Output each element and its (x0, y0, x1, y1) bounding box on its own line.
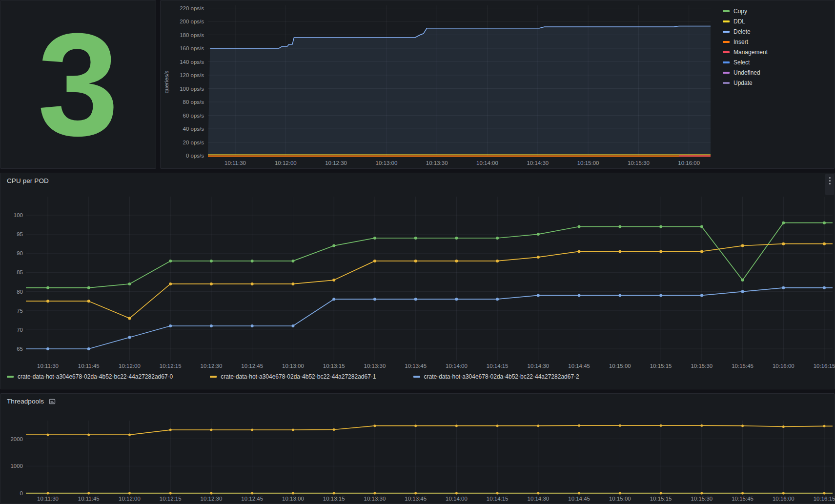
data-point[interactable] (251, 282, 254, 285)
data-point[interactable] (128, 317, 131, 320)
data-point[interactable] (496, 492, 499, 495)
data-point[interactable] (87, 434, 90, 436)
data-point[interactable] (700, 294, 703, 297)
data-point[interactable] (537, 492, 539, 495)
data-point[interactable] (659, 294, 662, 297)
data-point[interactable] (292, 429, 294, 431)
data-point[interactable] (128, 492, 131, 495)
data-point[interactable] (46, 347, 49, 350)
data-point[interactable] (210, 492, 212, 495)
data-point[interactable] (210, 260, 213, 262)
data-point[interactable] (578, 250, 581, 253)
data-point[interactable] (169, 282, 172, 285)
data-point[interactable] (291, 324, 294, 327)
data-point[interactable] (618, 250, 621, 253)
data-point[interactable] (660, 492, 662, 495)
panel-menu-kebab-icon[interactable] (825, 174, 834, 195)
data-point[interactable] (823, 286, 826, 289)
data-point[interactable] (251, 492, 253, 495)
data-point[interactable] (47, 434, 49, 436)
data-point[interactable] (455, 492, 458, 495)
legend-item-management[interactable]: Management (723, 47, 768, 57)
data-point[interactable] (291, 260, 294, 262)
data-point[interactable] (782, 286, 785, 289)
data-point[interactable] (455, 298, 458, 301)
data-point[interactable] (333, 428, 335, 431)
data-point[interactable] (700, 424, 703, 427)
data-point[interactable] (455, 237, 458, 240)
data-point[interactable] (414, 492, 417, 495)
data-point[interactable] (128, 434, 131, 436)
data-point[interactable] (537, 233, 540, 236)
data-point[interactable] (823, 242, 826, 245)
data-point[interactable] (373, 492, 376, 495)
data-point[interactable] (332, 279, 335, 282)
data-point[interactable] (823, 222, 826, 224)
data-point[interactable] (537, 294, 540, 297)
legend-item-ddl[interactable]: DDL (723, 16, 768, 26)
data-point[interactable] (373, 260, 376, 262)
panel-description-icon[interactable] (49, 398, 56, 405)
data-point[interactable] (823, 425, 826, 427)
data-point[interactable] (823, 492, 826, 495)
data-point[interactable] (169, 260, 172, 262)
data-point[interactable] (128, 336, 131, 339)
data-point[interactable] (373, 237, 376, 240)
data-point[interactable] (292, 492, 294, 495)
legend-item-pod[interactable]: crate-data-hot-a304e678-02da-4b52-bc22-4… (413, 371, 579, 382)
data-point[interactable] (741, 492, 744, 495)
data-point[interactable] (741, 424, 744, 427)
data-point[interactable] (414, 424, 417, 427)
data-point[interactable] (251, 260, 254, 262)
data-point[interactable] (210, 324, 213, 327)
data-point[interactable] (619, 492, 621, 495)
data-point[interactable] (128, 282, 131, 285)
legend-item-undefined[interactable]: Undefined (723, 67, 768, 78)
legend-item-copy[interactable]: Copy (723, 6, 768, 16)
data-point[interactable] (455, 424, 458, 427)
data-point[interactable] (251, 429, 253, 431)
data-point[interactable] (782, 492, 785, 495)
data-point[interactable] (782, 425, 785, 428)
data-point[interactable] (333, 492, 335, 495)
data-point[interactable] (741, 290, 744, 293)
data-point[interactable] (47, 492, 49, 495)
threadpools-chart[interactable]: 01000200010:11:3010:11:4510:12:0010:12:1… (0, 394, 835, 504)
data-point[interactable] (496, 260, 499, 262)
legend-item-insert[interactable]: Insert (723, 37, 768, 47)
data-point[interactable] (87, 286, 90, 289)
series-line-2[interactable] (26, 288, 833, 349)
cpu-panel-title[interactable]: CPU per POD (7, 177, 49, 184)
legend-item-update[interactable]: Update (723, 78, 768, 88)
data-point[interactable] (332, 244, 335, 247)
data-point[interactable] (660, 424, 662, 427)
data-point[interactable] (496, 298, 499, 301)
data-point[interactable] (210, 429, 212, 431)
legend-item-pod[interactable]: crate-data-hot-a304e678-02da-4b52-bc22-4… (210, 371, 376, 382)
data-point[interactable] (455, 260, 458, 262)
data-point[interactable] (537, 424, 539, 427)
data-point[interactable] (537, 256, 540, 259)
data-point[interactable] (578, 225, 581, 228)
data-point[interactable] (373, 298, 376, 301)
data-point[interactable] (46, 300, 49, 302)
data-point[interactable] (169, 324, 172, 327)
cpu-chart[interactable]: 6570758085909510010:11:3010:11:4510:12:0… (0, 173, 835, 390)
threadpools-panel-title[interactable]: Threadpools (7, 398, 56, 405)
data-point[interactable] (659, 250, 662, 253)
data-point[interactable] (700, 225, 703, 228)
data-point[interactable] (373, 424, 376, 427)
data-point[interactable] (332, 298, 335, 301)
data-point[interactable] (659, 225, 662, 228)
data-point[interactable] (414, 298, 417, 301)
data-point[interactable] (414, 237, 417, 240)
legend-item-select[interactable]: Select (723, 57, 768, 67)
series-line-0[interactable] (26, 223, 833, 288)
data-point[interactable] (251, 324, 254, 327)
legend-item-delete[interactable]: Delete (723, 26, 768, 37)
data-point[interactable] (619, 424, 621, 427)
data-point[interactable] (782, 242, 785, 245)
data-point[interactable] (578, 424, 580, 427)
data-point[interactable] (414, 260, 417, 262)
data-point[interactable] (496, 237, 499, 240)
